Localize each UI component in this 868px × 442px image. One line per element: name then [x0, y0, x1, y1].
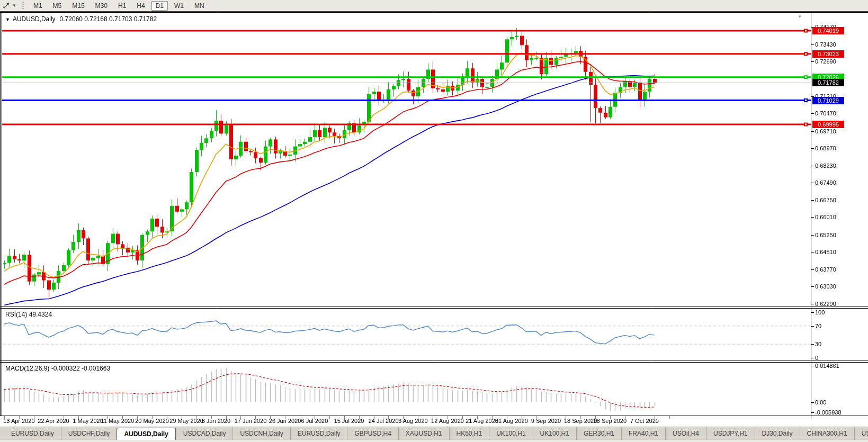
- price-axis-tick: 0.66010: [815, 213, 836, 221]
- chart-tab-usdjpy-h1[interactable]: USDJPY,H1: [706, 427, 754, 440]
- timeframe-button-m30[interactable]: M30: [91, 1, 112, 11]
- price-axis-tick: 0.66750: [815, 196, 836, 204]
- price-axis-tick: 0.63030: [815, 283, 836, 290]
- rsi-axis-tick: 70: [815, 322, 821, 330]
- timeframe-button-w1[interactable]: W1: [170, 1, 188, 11]
- toolbar-grip[interactable]: [22, 2, 24, 10]
- chart-ohlc-values: 0.72060 0.72168 0.71703 0.71782: [60, 15, 157, 23]
- price-axis-tick: 0.69710: [815, 128, 836, 135]
- chart-symbol-label: AUDUSD,Daily: [13, 15, 56, 23]
- chart-tab-hk50-h1[interactable]: HK50,H1: [449, 427, 489, 440]
- chart-tab-gbpusd-h4[interactable]: GBPUSD,H4: [347, 427, 398, 440]
- timeframe-button-h4[interactable]: H4: [132, 1, 149, 11]
- chart-tab-usoil-h4[interactable]: USOil,H4: [665, 427, 706, 440]
- resistance-line-1-badge[interactable]: 0.74019: [812, 27, 844, 34]
- chart-tab-eurusd-daily[interactable]: EURUSD,Daily: [290, 427, 347, 440]
- chart-canvas[interactable]: [0, 0, 868, 442]
- timeframe-button-d1[interactable]: D1: [151, 1, 168, 11]
- chart-tab-xauusd-h1[interactable]: XAUUSD,H1: [398, 427, 449, 440]
- price-axis-tick: 0.62290: [815, 300, 836, 308]
- chart-tab-china300-h1[interactable]: CHINA300,H1: [800, 427, 854, 440]
- status-strip: [0, 440, 868, 442]
- timeframe-button-m1[interactable]: M1: [29, 1, 47, 11]
- date-axis-label: 7 Oct 2020: [620, 418, 669, 424]
- rsi-indicator-label: RSI(14) 49.4324: [5, 311, 52, 318]
- price-axis-tick: 0.68230: [815, 162, 836, 169]
- macd-axis-bottom-label: -0.005938: [815, 409, 842, 416]
- rsi-axis-tick: 0: [815, 354, 818, 362]
- support-line-red-badge[interactable]: 0.69995: [812, 121, 844, 128]
- price-axis-tick: 0.63770: [815, 266, 836, 273]
- chart-tab-ger30-h1[interactable]: GER30,H1: [576, 427, 621, 440]
- chart-tab-usoil-h1[interactable]: USOil,H1: [854, 427, 868, 440]
- chart-tab-fra40-h1[interactable]: FRA40,H1: [621, 427, 665, 440]
- macd-axis-top-label: 0.014861: [815, 362, 839, 369]
- collapse-arrow-icon[interactable]: ▼: [5, 17, 10, 22]
- price-axis-tick: 0.73430: [815, 41, 836, 48]
- macd-indicator-label: MACD(12,26,9) -0.000322 -0.001663: [5, 365, 110, 372]
- macd-axis-zero-label: 0.00: [815, 399, 826, 406]
- chart-tab-usdchf-daily[interactable]: USDCHF,Daily: [61, 427, 117, 440]
- chevron-down-icon[interactable]: ▼: [12, 3, 16, 8]
- toolbar: ▼ M1M5M15M30H1H4D1W1MN: [0, 0, 868, 12]
- rsi-axis-tick: 100: [815, 309, 825, 316]
- timeframe-button-m15[interactable]: M15: [68, 1, 88, 11]
- timeframe-button-h1[interactable]: H1: [114, 1, 130, 11]
- timeframe-button-mn[interactable]: MN: [190, 1, 209, 11]
- chart-tab-usdcad-daily[interactable]: USDCAD,Daily: [176, 427, 233, 440]
- mt4-window: ▼ M1M5M15M30H1H4D1W1MN ▼AUDUSD,Daily0.72…: [0, 0, 868, 442]
- price-axis-tick: 0.68970: [815, 145, 836, 152]
- price-axis-tick: 0.64510: [815, 248, 836, 256]
- price-axis-tick: 0.70470: [815, 110, 836, 117]
- price-axis-tick: 0.65250: [815, 231, 836, 239]
- chart-tab-eurusd-daily[interactable]: EURUSD,Daily: [4, 427, 61, 440]
- price-axis-tick: 0.67490: [815, 179, 836, 186]
- rsi-axis-tick: 30: [815, 340, 821, 348]
- chart-tab-bar: EURUSD,DailyUSDCHF,DailyAUDUSD,DailyUSDC…: [0, 427, 868, 440]
- chart-tab-dj30-daily[interactable]: DJ30,Daily: [755, 427, 800, 440]
- chart-tab-uk100-h1[interactable]: UK100,H1: [533, 427, 576, 440]
- price-axis-tick: 0.72690: [815, 58, 836, 65]
- timeframe-button-m5[interactable]: M5: [49, 1, 66, 11]
- chart-title: ▼AUDUSD,Daily0.72060 0.72168 0.71703 0.7…: [5, 15, 157, 23]
- draw-tool-group[interactable]: ▼: [2, 2, 19, 10]
- timeframe-buttons: M1M5M15M30H1H4D1W1MN: [28, 1, 210, 11]
- chart-shift-marker-icon[interactable]: ▾: [799, 14, 801, 19]
- crosshair-tool-icon[interactable]: [2, 2, 11, 10]
- current-price-badge: 0.71782: [812, 79, 844, 86]
- support-line-blue-badge[interactable]: 0.71029: [812, 97, 844, 104]
- resistance-line-2-badge[interactable]: 0.73023: [812, 50, 844, 58]
- chart-tab-audusd-daily[interactable]: AUDUSD,Daily: [117, 428, 175, 440]
- chart-tab-uk100-h1[interactable]: UK100,H1: [489, 427, 532, 440]
- chart-tab-usdcnh-daily[interactable]: USDCNH,Daily: [232, 427, 290, 440]
